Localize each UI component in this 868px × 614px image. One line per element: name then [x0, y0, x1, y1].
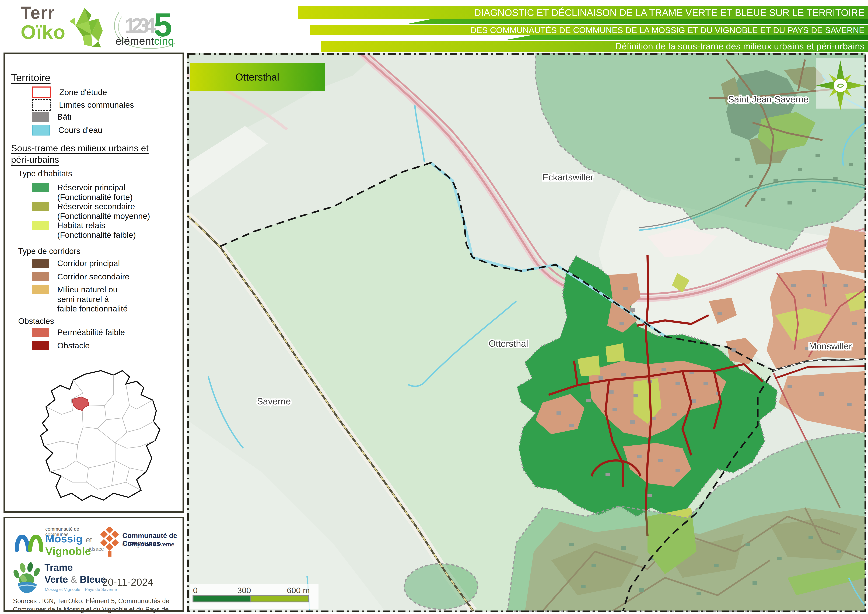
mossig-vignoble-logo: communauté de communes Mossig et Vignobl…: [15, 525, 97, 559]
legend-item-bati: Bâti: [32, 112, 71, 122]
compass-rose-icon: [816, 58, 865, 110]
permeabilite-faible-label: Perméabilité faible: [57, 328, 125, 337]
tvb-paw-icon: [11, 560, 43, 594]
mn-l1: Milieu naturel ou: [57, 285, 118, 294]
legend-item-permeabilite: Perméabilité faible: [32, 328, 125, 337]
mn-l2: semi naturel à: [57, 294, 109, 304]
reservoir-principal-label: Réservoir principal(Fonctionnalité forte…: [57, 183, 133, 202]
title-banner-line2: DES COMMUNAUTÉS DE COMMUNES DE LA MOSSIG…: [310, 25, 868, 35]
credits-panel: communauté de communes Mossig et Vignobl…: [3, 517, 184, 612]
pays-saverne-logo: Communauté de Communes du Pays de Savern…: [99, 527, 182, 560]
legend-panel: Territoire Zone d'étude Limites communal…: [3, 53, 184, 513]
terroiko-logo: Terr Oïko: [21, 4, 66, 42]
tvb-line2: Verte & Bleue: [45, 574, 106, 585]
mossig-name1: Mossig: [45, 533, 83, 545]
scale-label-600: 600 m: [287, 586, 310, 595]
hr-l2: (Fonctionnalité faible): [57, 230, 136, 239]
map-label-ottersthal: Ottersthal: [488, 339, 528, 348]
habitat-relais-label: Habitat relais(Fonctionnalité faible): [57, 221, 136, 240]
terroiko-text-2: Oïko: [21, 22, 66, 42]
mossig-name: Mossig et Vignoble: [45, 532, 97, 557]
scale-label-300: 300: [237, 586, 251, 595]
obstacle-label: Obstacle: [57, 341, 90, 351]
pays-saverne-line2: du Pays de Saverne: [122, 541, 174, 548]
reservoir-secondaire-swatch: [32, 202, 49, 211]
limites-communales-swatch: [32, 99, 51, 110]
reservoir-principal-swatch: [32, 183, 49, 193]
map-plate: Terr Oïko 1234 5 élémentcinq DIAGNOSTIC …: [0, 0, 868, 614]
map-date: 20-11-2024: [102, 576, 153, 588]
zone-etude-swatch: [32, 87, 51, 98]
inset-territory-outline: [40, 371, 160, 501]
legend-item-corridor-principal: Corridor principal: [32, 259, 120, 268]
map-label-monswiller: Monswiller: [809, 341, 852, 351]
legend-item-reservoir-secondaire: Réservoir secondaire(Fonctionnalité moye…: [32, 202, 150, 221]
terroiko-text-1: Terr: [21, 4, 66, 21]
scale-label-0: 0: [193, 586, 198, 595]
hr-l1: Habitat relais: [57, 221, 105, 230]
map-canvas: Saint-Jean-Saverne Eckartswiller Otterst…: [187, 53, 866, 612]
element5-word2: cinq: [154, 35, 174, 47]
tvb-line1: Trame: [45, 562, 73, 573]
tvb-amp: &: [71, 574, 77, 585]
element5-wordmark: élémentcinq: [116, 35, 174, 47]
banner-accent-2: [506, 35, 868, 40]
pays-saverne-diamonds-icon: [99, 527, 121, 558]
element5-word: élément: [116, 35, 154, 47]
legend-soustrame-title: Sous-trame des milieux urbains et péri-u…: [11, 143, 169, 165]
sources-text: Sources : IGN, TerrOïko, Elément 5, Comm…: [13, 597, 179, 614]
reservoir-secondaire-label: Réservoir secondaire(Fonctionnalité moye…: [57, 202, 150, 221]
inset-locator-map: [29, 363, 168, 507]
legend-item-reservoir-principal: Réservoir principal(Fonctionnalité forte…: [32, 183, 133, 202]
obstacle-swatch: [32, 341, 49, 350]
permeabilite-faible-swatch: [32, 328, 49, 337]
limites-communales-label: Limites communales: [59, 100, 134, 110]
title-banner-line1: DIAGNOSTIC ET DÉCLINAISON DE LA TRAME VE…: [298, 6, 868, 19]
corridor-principal-label: Corridor principal: [57, 259, 120, 268]
map-label-eckartswiller: Eckartswiller: [542, 172, 594, 182]
legend-item-habitat-relais: Habitat relais(Fonctionnalité faible): [32, 221, 136, 240]
corridor-principal-swatch: [32, 259, 49, 268]
milieu-naturel-swatch: [32, 285, 49, 294]
habitat-relais-swatch: [32, 221, 49, 230]
cours-eau-label: Cours d'eau: [58, 125, 102, 135]
legend-territoire-title: Territoire: [11, 72, 51, 83]
legend-corridors-title: Type de corridors: [18, 246, 80, 256]
map-title: Ottersthal: [235, 71, 279, 82]
element5-digits: 1234: [125, 14, 151, 37]
frog-logo-icon: [65, 5, 109, 48]
legend-item-zone-etude: Zone d'étude: [32, 87, 107, 98]
corridor-secondaire-label: Corridor secondaire: [57, 272, 130, 281]
bati-label: Bâti: [57, 112, 71, 122]
rs-l1: Réservoir secondaire: [57, 202, 135, 211]
rp-l2: (Fonctionnalité forte): [57, 193, 133, 202]
map-label-saverne: Saverne: [257, 396, 291, 406]
mossig-et: et: [86, 535, 92, 544]
title-banner-line3: Définition de la sous-trame des milieux …: [321, 40, 868, 52]
mn-l3: faible fonctionnalité: [57, 304, 127, 313]
banner-accent-1: [406, 19, 868, 24]
milieu-naturel-label: Milieu naturel ousemi naturel àfaible fo…: [57, 285, 127, 314]
map-title-box: Ottersthal: [190, 63, 325, 91]
rp-l1: Réservoir principal: [57, 183, 125, 192]
cours-eau-swatch: [32, 125, 50, 135]
corridor-secondaire-swatch: [32, 272, 49, 281]
legend-habitats-title: Type d'habitats: [18, 169, 72, 178]
legend-item-corridor-secondaire: Corridor secondaire: [32, 272, 130, 281]
element5-logo: 1234 5 élémentcinq: [112, 7, 186, 49]
bati-swatch: [32, 112, 49, 122]
legend-item-obstacle: Obstacle: [32, 341, 90, 351]
legend-item-limites: Limites communales: [32, 99, 134, 110]
tvb-verte: Verte: [45, 574, 68, 585]
legend-obstacles-title: Obstacles: [18, 316, 54, 326]
map-label-saint-jean: Saint-Jean-Saverne: [728, 94, 809, 104]
legend-item-milieu-naturel: Milieu naturel ousemi naturel àfaible fo…: [32, 285, 127, 314]
scale-bar: 0 300 600 m: [190, 584, 318, 609]
mossig-m-icon: [15, 525, 43, 554]
mossig-name2: Vignoble: [45, 545, 91, 557]
rs-l2: (Fonctionnalité moyenne): [57, 211, 150, 221]
zone-etude-label: Zone d'étude: [59, 87, 107, 97]
legend-item-cours-eau: Cours d'eau: [32, 125, 102, 135]
